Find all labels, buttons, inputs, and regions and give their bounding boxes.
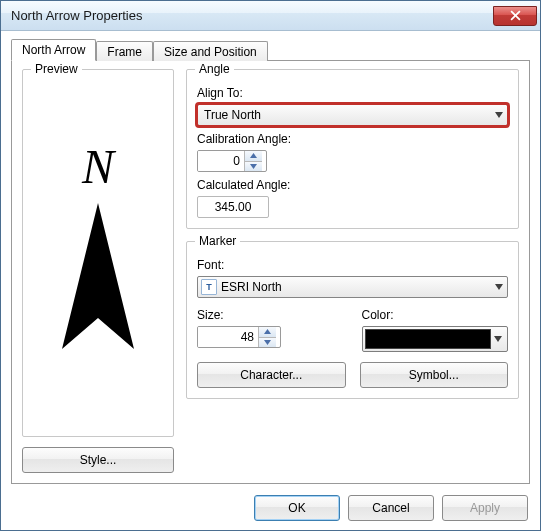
preview-group-label: Preview xyxy=(31,62,82,76)
size-input[interactable] xyxy=(198,327,258,347)
window-title: North Arrow Properties xyxy=(11,8,493,23)
calculated-angle-label: Calculated Angle: xyxy=(197,178,508,192)
angle-group: Angle Align To: True North Calibration A… xyxy=(186,69,519,229)
style-button[interactable]: Style... xyxy=(22,447,174,473)
ok-button[interactable]: OK xyxy=(254,495,340,521)
chevron-down-icon xyxy=(495,112,503,118)
calibration-angle-spinner[interactable] xyxy=(197,150,267,172)
character-button[interactable]: Character... xyxy=(197,362,346,388)
calibration-angle-up[interactable] xyxy=(244,151,262,162)
align-to-label: Align To: xyxy=(197,86,508,100)
client-area: North Arrow Frame Size and Position Prev… xyxy=(1,31,540,484)
dialog-button-bar: OK Cancel Apply xyxy=(1,484,540,530)
color-picker[interactable] xyxy=(362,326,509,352)
size-label: Size: xyxy=(197,308,344,322)
tab-frame[interactable]: Frame xyxy=(96,41,153,61)
size-up[interactable] xyxy=(258,327,276,338)
size-down[interactable] xyxy=(258,338,276,348)
calculated-angle-value: 345.00 xyxy=(197,196,269,218)
color-label: Color: xyxy=(362,308,509,322)
left-column: Preview N Style... xyxy=(22,69,174,473)
calibration-angle-down[interactable] xyxy=(244,162,262,172)
close-button[interactable] xyxy=(493,6,537,26)
angle-group-label: Angle xyxy=(195,62,234,76)
north-arrow-preview: N xyxy=(48,143,148,363)
cancel-button[interactable]: Cancel xyxy=(348,495,434,521)
chevron-down-icon xyxy=(494,336,502,342)
color-swatch xyxy=(365,329,492,349)
apply-button[interactable]: Apply xyxy=(442,495,528,521)
tabstrip: North Arrow Frame Size and Position xyxy=(11,39,530,61)
font-dropdown[interactable]: T ESRI North xyxy=(197,276,508,298)
marker-group: Marker Font: T ESRI North Size: xyxy=(186,241,519,399)
calibration-angle-label: Calibration Angle: xyxy=(197,132,508,146)
symbol-button[interactable]: Symbol... xyxy=(360,362,509,388)
tabpage-north-arrow: Preview N Style... Angle Align To: True … xyxy=(11,60,530,484)
titlebar[interactable]: North Arrow Properties xyxy=(1,1,540,31)
font-label: Font: xyxy=(197,258,508,272)
right-column: Angle Align To: True North Calibration A… xyxy=(186,69,519,473)
marker-group-label: Marker xyxy=(195,234,240,248)
close-icon xyxy=(510,10,521,21)
truetype-font-icon: T xyxy=(201,279,217,295)
preview-group: Preview N xyxy=(22,69,174,437)
size-spinner[interactable] xyxy=(197,326,281,348)
dialog-window: North Arrow Properties North Arrow Frame… xyxy=(0,0,541,531)
align-to-dropdown[interactable]: True North xyxy=(197,104,508,126)
svg-text:N: N xyxy=(81,143,117,193)
chevron-down-icon xyxy=(495,284,503,290)
tab-size-position[interactable]: Size and Position xyxy=(153,41,268,61)
calibration-angle-input[interactable] xyxy=(198,151,244,171)
tab-north-arrow[interactable]: North Arrow xyxy=(11,39,96,61)
